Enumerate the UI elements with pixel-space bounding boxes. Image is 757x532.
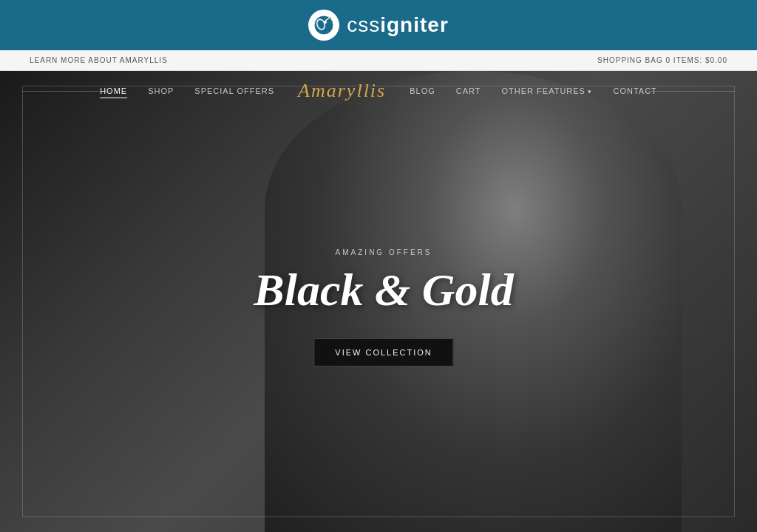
nav-item-blog[interactable]: BLOG xyxy=(399,86,446,95)
svg-marker-4 xyxy=(329,16,332,18)
brand-name: cssigniter xyxy=(347,13,449,37)
hero-title-ampersand: & xyxy=(375,265,422,315)
learn-more-link[interactable]: LEARN MORE ABOUT AMARYLLIS xyxy=(30,56,168,64)
svg-point-2 xyxy=(324,21,327,24)
navigation-bar: HOME SHOP SPECIAL OFFERS Amaryllis BLOG … xyxy=(0,71,757,111)
hero-title-part1: Black xyxy=(254,265,363,315)
igniter-text: igniter xyxy=(380,13,449,36)
view-collection-button[interactable]: VIEW COLLECTION xyxy=(313,338,453,366)
nav-item-home[interactable]: HOME xyxy=(89,86,138,95)
hero-content: AMAZING OFFERS Black & Gold VIEW COLLECT… xyxy=(254,248,513,366)
logo-container: cssigniter xyxy=(308,10,449,41)
nav-item-special-offers[interactable]: SPECIAL OFFERS xyxy=(184,86,285,95)
site-wrapper: HOME SHOP SPECIAL OFFERS Amaryllis BLOG … xyxy=(0,71,757,532)
css-text: css xyxy=(347,13,380,36)
hero-title: Black & Gold xyxy=(254,264,513,316)
nav-item-shop[interactable]: SHOP xyxy=(138,86,184,95)
info-bar: LEARN MORE ABOUT AMARYLLIS SHOPPING BAG … xyxy=(0,50,757,71)
hero-title-part2: Gold xyxy=(422,265,514,315)
shopping-bag-info[interactable]: SHOPPING BAG 0 ITEMS: $0.00 xyxy=(597,56,727,64)
nav-item-cart[interactable]: CART xyxy=(446,86,492,95)
css-igniter-logo-icon xyxy=(308,10,339,41)
nav-brand-name: Amaryllis xyxy=(285,80,399,102)
main-nav: HOME SHOP SPECIAL OFFERS Amaryllis BLOG … xyxy=(89,80,668,102)
nav-item-other-features[interactable]: OTHER FEATURES xyxy=(492,86,603,95)
nav-line-right xyxy=(646,91,735,92)
brand-bar: cssigniter xyxy=(0,0,757,50)
hero-subtitle: AMAZING OFFERS xyxy=(254,248,513,256)
